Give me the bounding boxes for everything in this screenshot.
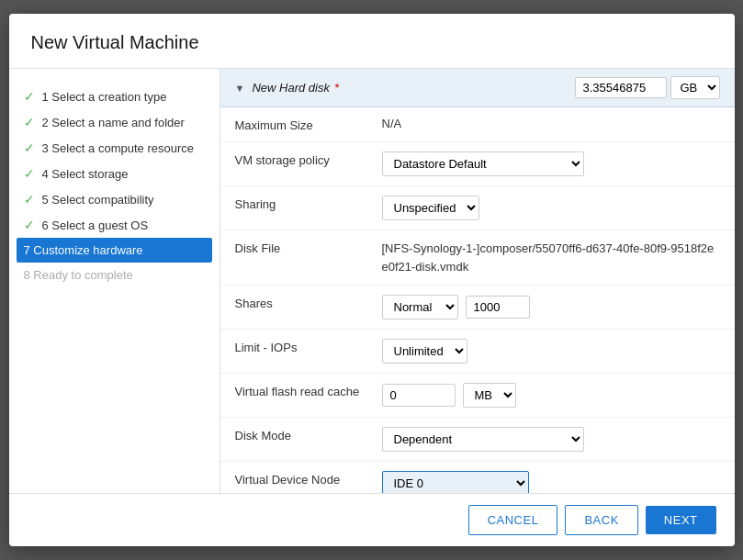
sidebar-item-step3[interactable]: ✓ 3 Select a compute resource: [9, 135, 220, 161]
check-icon: ✓: [24, 140, 35, 155]
vdn-group: IDE 0 IDE 1 SCSI 0 IDE(0:0) New Hard dis…: [382, 471, 720, 493]
maximum-size-value: N/A: [382, 117, 720, 130]
disk-file-row: Disk File [NFS-Synology-1-]composer/5507…: [220, 230, 735, 286]
size-group: GB MB TB: [575, 76, 720, 99]
back-button[interactable]: BACK: [565, 505, 637, 535]
check-icon: ✓: [24, 192, 35, 207]
limit-iops-row: Limit - IOPs Unlimited Custom: [220, 330, 735, 374]
shares-value: Normal Low High Custom: [382, 295, 720, 319]
flash-read-cache-label: Virtual flash read cache: [235, 383, 382, 398]
virtual-device-node-label: Virtual Device Node: [235, 471, 382, 487]
sidebar-item-label: 4 Select storage: [42, 167, 129, 181]
vdn-primary-select[interactable]: IDE 0 IDE 1 SCSI 0: [382, 471, 529, 493]
disk-mode-select[interactable]: Dependent Independent - Persistent Indep…: [382, 427, 584, 452]
cancel-button[interactable]: CANCEL: [468, 505, 558, 535]
sidebar-item-step7[interactable]: 7 Customize hardware: [17, 238, 212, 263]
shares-label: Shares: [235, 295, 382, 310]
virtual-device-node-value: IDE 0 IDE 1 SCSI 0 IDE(0:0) New Hard dis…: [382, 471, 720, 493]
sidebar-item-label: 8 Ready to complete: [24, 268, 133, 282]
section-title: New Hard disk *: [252, 81, 339, 95]
disk-mode-row: Disk Mode Dependent Independent - Persis…: [220, 418, 735, 462]
disk-mode-label: Disk Mode: [235, 427, 382, 442]
chevron-down-icon: ▼: [235, 83, 245, 94]
size-input[interactable]: [575, 77, 667, 98]
sidebar-item-label: 1 Select a creation type: [42, 90, 167, 104]
disk-file-value: [NFS-Synology-1-]composer/55070ff6-d637-…: [382, 240, 720, 275]
flash-unit-select[interactable]: MB GB: [463, 383, 516, 408]
virtual-device-node-row: Virtual Device Node IDE 0 IDE 1 SCSI 0 I…: [220, 462, 735, 493]
sidebar-item-step4[interactable]: ✓ 4 Select storage: [9, 161, 220, 186]
flash-cache-input[interactable]: [382, 384, 456, 407]
main-content: ▼ New Hard disk * GB MB TB Maximum Size …: [220, 69, 735, 493]
sidebar-item-label: 2 Select a name and folder: [42, 116, 185, 129]
sidebar-item-label: 5 Select compatibility: [42, 193, 154, 207]
check-icon: ✓: [24, 89, 35, 104]
sidebar-item-label: 6 Select a guest OS: [42, 218, 149, 232]
sharing-row: Sharing Unspecified None Multi-writer: [220, 186, 735, 230]
shares-number-input[interactable]: [466, 296, 530, 319]
new-vm-dialog: New Virtual Machine ✓ 1 Select a creatio…: [9, 14, 735, 546]
dialog-title: New Virtual Machine: [9, 14, 735, 69]
check-icon: ✓: [24, 115, 35, 129]
dialog-footer: CANCEL BACK NEXT: [9, 493, 735, 546]
vm-storage-policy-value: Datastore Default: [382, 151, 720, 176]
sidebar-item-label: 7 Customize hardware: [24, 243, 143, 257]
check-icon: ✓: [24, 218, 35, 232]
sharing-label: Sharing: [235, 196, 382, 211]
sidebar-item-step1[interactable]: ✓ 1 Select a creation type: [9, 84, 220, 109]
sidebar: ✓ 1 Select a creation type ✓ 2 Select a …: [9, 69, 220, 493]
sidebar-item-step6[interactable]: ✓ 6 Select a guest OS: [9, 212, 220, 238]
sidebar-item-step2[interactable]: ✓ 2 Select a name and folder: [9, 109, 220, 135]
flash-read-cache-row: Virtual flash read cache MB GB: [220, 374, 735, 418]
disk-mode-value: Dependent Independent - Persistent Indep…: [382, 427, 720, 452]
section-header: ▼ New Hard disk * GB MB TB: [220, 69, 735, 107]
flash-group: MB GB: [382, 383, 720, 408]
vm-storage-policy-label: VM storage policy: [235, 151, 382, 167]
vm-storage-policy-row: VM storage policy Datastore Default: [220, 142, 735, 186]
limit-iops-select[interactable]: Unlimited Custom: [382, 339, 467, 364]
limit-iops-value: Unlimited Custom: [382, 339, 720, 364]
next-button[interactable]: NEXT: [646, 506, 716, 534]
maximum-size-row: Maximum Size N/A: [220, 107, 735, 142]
check-icon: ✓: [24, 166, 35, 181]
disk-file-label: Disk File: [235, 240, 382, 255]
shares-dropdown[interactable]: Normal Low High Custom: [382, 295, 458, 319]
sidebar-item-step8[interactable]: 8 Ready to complete: [17, 263, 212, 287]
disk-file-text: [NFS-Synology-1-]composer/55070ff6-d637-…: [382, 240, 720, 275]
sharing-value: Unspecified None Multi-writer: [382, 196, 720, 220]
shares-row: Shares Normal Low High Custom: [220, 286, 735, 330]
vm-storage-policy-select[interactable]: Datastore Default: [382, 151, 584, 176]
sharing-select[interactable]: Unspecified None Multi-writer: [382, 196, 479, 220]
required-marker: *: [332, 81, 340, 95]
sidebar-item-step5[interactable]: ✓ 5 Select compatibility: [9, 186, 220, 212]
size-unit-select[interactable]: GB MB TB: [670, 76, 720, 99]
maximum-size-label: Maximum Size: [235, 117, 382, 132]
shares-group: Normal Low High Custom: [382, 295, 720, 319]
limit-iops-label: Limit - IOPs: [235, 339, 382, 354]
dialog-body: ✓ 1 Select a creation type ✓ 2 Select a …: [9, 69, 735, 493]
sidebar-item-label: 3 Select a compute resource: [42, 141, 194, 155]
flash-read-cache-value: MB GB: [382, 383, 720, 408]
